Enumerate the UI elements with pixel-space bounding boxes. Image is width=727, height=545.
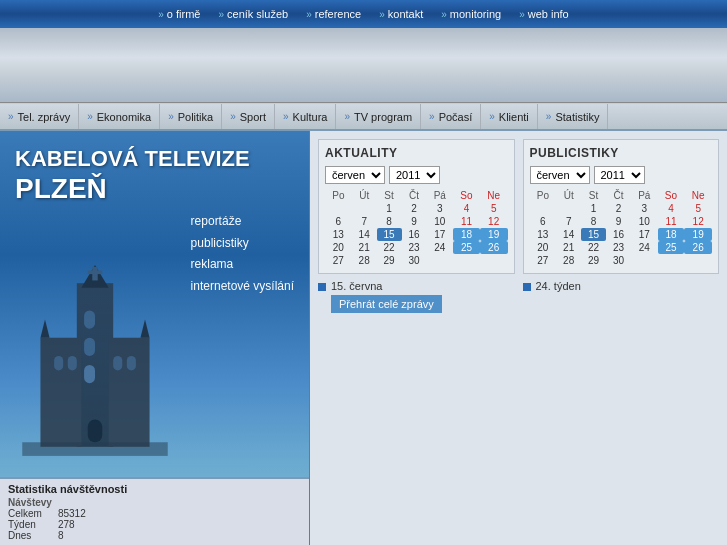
cal-day[interactable]: 5: [480, 202, 508, 215]
cal-day[interactable]: 8: [581, 215, 606, 228]
aktuality-play-button[interactable]: Přehrát celé zprávy: [331, 295, 442, 313]
sec-nav-klienti[interactable]: » Klienti: [481, 104, 538, 129]
nav-monitoring[interactable]: » monitoring: [441, 8, 501, 20]
sec-nav-tel-zpravy[interactable]: » Tel. zprávy: [0, 104, 79, 129]
cal-day[interactable]: 25: [658, 241, 685, 254]
cal-day[interactable]: 17: [426, 228, 453, 241]
nav-o-firme[interactable]: » o firmě: [158, 8, 200, 20]
cal-day[interactable]: 26: [480, 241, 508, 254]
cal-day[interactable]: 10: [426, 215, 453, 228]
cal-day[interactable]: 18: [453, 228, 480, 241]
cal-day[interactable]: 27: [325, 254, 352, 267]
nav-cenik-sluzeb[interactable]: » ceník služeb: [218, 8, 288, 20]
chevron-icon: »: [218, 9, 224, 20]
stats-row-celkem: Celkem 85312: [8, 508, 92, 519]
cal-day[interactable]: 3: [426, 202, 453, 215]
stats-label-tyden: Týden: [8, 519, 58, 530]
nav-web-info[interactable]: » web info: [519, 8, 569, 20]
cal-day[interactable]: 19: [480, 228, 508, 241]
cal-day[interactable]: 4: [453, 202, 480, 215]
cal-day[interactable]: 2: [606, 202, 631, 215]
cal-day[interactable]: 20: [325, 241, 352, 254]
nav-reference[interactable]: » reference: [306, 8, 361, 20]
link-internet[interactable]: internetové vysílání: [191, 276, 294, 298]
aktuality-year-select[interactable]: 2011: [389, 166, 440, 184]
cal-day[interactable]: 17: [631, 228, 658, 241]
cal-day[interactable]: 21: [556, 241, 581, 254]
cal-day[interactable]: 1: [581, 202, 606, 215]
chevron-icon: »: [379, 9, 385, 20]
stats-box: Statistika návštěvnosti Návštevy Celkem …: [0, 477, 309, 545]
cal-day[interactable]: 30: [606, 254, 631, 267]
sec-nav-pocasi[interactable]: » Počasí: [421, 104, 481, 129]
cal-day[interactable]: 15: [581, 228, 606, 241]
svg-marker-14: [140, 320, 149, 338]
cal-day[interactable]: 15: [377, 228, 402, 241]
cal-day[interactable]: 7: [352, 215, 377, 228]
link-reklama[interactable]: reklama: [191, 254, 294, 276]
cal-day[interactable]: 12: [684, 215, 712, 228]
cal-day[interactable]: 18: [658, 228, 685, 241]
cal-day[interactable]: 7: [556, 215, 581, 228]
cal-day[interactable]: 29: [581, 254, 606, 267]
svg-rect-6: [84, 310, 95, 328]
svg-rect-7: [84, 338, 95, 356]
cal-day[interactable]: 26: [684, 241, 712, 254]
cal-day[interactable]: 14: [352, 228, 377, 241]
sec-nav-kultura[interactable]: » Kultura: [275, 104, 336, 129]
cal-day[interactable]: 24: [426, 241, 453, 254]
cal-day[interactable]: 11: [658, 215, 685, 228]
publicistiky-month-select[interactable]: červen: [530, 166, 590, 184]
cal-header-ct: Čt: [402, 189, 427, 202]
cal-day[interactable]: 30: [402, 254, 427, 267]
cal-day[interactable]: 22: [377, 241, 402, 254]
aktuality-month-select[interactable]: červen: [325, 166, 385, 184]
cal-day[interactable]: 13: [530, 228, 557, 241]
cal-day[interactable]: 23: [606, 241, 631, 254]
cal-day[interactable]: 12: [480, 215, 508, 228]
cal-day[interactable]: 24: [631, 241, 658, 254]
cal-day[interactable]: 8: [377, 215, 402, 228]
cal-day[interactable]: 9: [606, 215, 631, 228]
cal-day[interactable]: 5: [684, 202, 712, 215]
cal-day[interactable]: 28: [352, 254, 377, 267]
cal-header-po2: Po: [530, 189, 557, 202]
cal-day: [684, 254, 712, 267]
cal-day[interactable]: 14: [556, 228, 581, 241]
cal-day[interactable]: 21: [352, 241, 377, 254]
cal-day[interactable]: 28: [556, 254, 581, 267]
cal-day[interactable]: 3: [631, 202, 658, 215]
cal-day[interactable]: 2: [402, 202, 427, 215]
cal-day[interactable]: 27: [530, 254, 557, 267]
cal-day[interactable]: 29: [377, 254, 402, 267]
cal-day[interactable]: 22: [581, 241, 606, 254]
link-publicistiky[interactable]: publicistiky: [191, 233, 294, 255]
publicistiky-year-select[interactable]: 2011: [594, 166, 645, 184]
stats-value-tyden: 278: [58, 519, 92, 530]
sec-nav-politika[interactable]: » Politika: [160, 104, 222, 129]
cal-day[interactable]: 16: [606, 228, 631, 241]
sec-nav-sport[interactable]: » Sport: [222, 104, 275, 129]
svg-rect-8: [84, 365, 95, 383]
cal-day[interactable]: 9: [402, 215, 427, 228]
cal-day[interactable]: 11: [453, 215, 480, 228]
cal-day[interactable]: 4: [658, 202, 685, 215]
cal-day: [426, 254, 453, 267]
cal-day[interactable]: 10: [631, 215, 658, 228]
cal-day[interactable]: 13: [325, 228, 352, 241]
cal-day[interactable]: 1: [377, 202, 402, 215]
sec-nav-statistiky[interactable]: » Statistiky: [538, 104, 609, 129]
cal-day[interactable]: 20: [530, 241, 557, 254]
cal-day[interactable]: 6: [325, 215, 352, 228]
cal-day[interactable]: 19: [684, 228, 712, 241]
link-reportaze[interactable]: reportáže: [191, 211, 294, 233]
nav-kontakt[interactable]: » kontakt: [379, 8, 423, 20]
station-title: KABELOVÁ TELEVIZE PLZEŇ: [15, 146, 250, 206]
cal-day[interactable]: 6: [530, 215, 557, 228]
cal-day[interactable]: 25: [453, 241, 480, 254]
sec-nav-ekonomika[interactable]: » Ekonomika: [79, 104, 160, 129]
cal-day[interactable]: 23: [402, 241, 427, 254]
top-navigation: » o firmě » ceník služeb » reference » k…: [0, 0, 727, 28]
cal-day[interactable]: 16: [402, 228, 427, 241]
sec-nav-tv-program[interactable]: » TV program: [336, 104, 421, 129]
